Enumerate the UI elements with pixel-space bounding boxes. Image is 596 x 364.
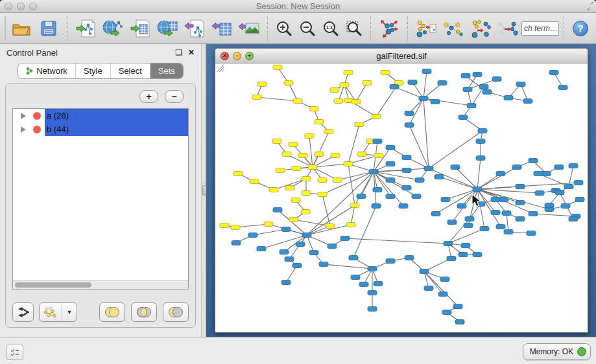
graph-node[interactable] [424, 286, 433, 291]
graph-node[interactable] [330, 88, 339, 93]
graph-node[interactable] [291, 198, 300, 203]
open-session-button[interactable] [8, 15, 35, 42]
graph-node[interactable] [412, 194, 421, 199]
group-nodes-button[interactable] [412, 15, 440, 42]
tab-select[interactable]: Select [111, 63, 150, 78]
graph-node[interactable] [523, 99, 532, 104]
search-input[interactable] [521, 21, 559, 36]
float-panel-icon[interactable]: ❏ [175, 49, 182, 56]
graph-node[interactable] [309, 107, 318, 111]
graph-node[interactable] [357, 152, 366, 157]
graph-node[interactable] [545, 203, 554, 208]
graph-node[interactable] [346, 223, 355, 227]
graph-node[interactable] [326, 224, 335, 229]
graph-node[interactable] [444, 242, 453, 246]
graph-node[interactable] [264, 222, 273, 227]
graph-node[interactable] [491, 210, 500, 215]
tab-sets[interactable]: Sets [150, 63, 183, 78]
graph-node[interactable] [257, 247, 266, 251]
list-item-set-b[interactable]: b (44) [13, 122, 188, 136]
add-set-button[interactable]: + [139, 90, 158, 103]
graph-node[interactable] [257, 82, 267, 87]
graph-node[interactable] [529, 212, 538, 216]
import-table-web-button[interactable] [154, 15, 181, 42]
graph-node[interactable] [334, 99, 343, 104]
graph-node[interactable] [558, 85, 567, 90]
graph-node[interactable] [504, 96, 513, 100]
graph-node[interactable] [516, 185, 525, 189]
graph-node[interactable] [305, 134, 314, 139]
graph-node[interactable] [315, 152, 324, 157]
graph-node[interactable] [516, 201, 525, 205]
tab-style[interactable]: Style [76, 63, 111, 78]
graph-node[interactable] [504, 230, 513, 234]
graph-node[interactable] [386, 162, 395, 166]
set-label[interactable]: a (26) [45, 109, 188, 122]
graph-node[interactable] [302, 177, 311, 181]
toolbar-drag-handle[interactable] [5, 16, 6, 41]
graph-node[interactable] [285, 257, 294, 262]
import-table-file-button[interactable] [126, 15, 154, 42]
graph-node[interactable] [292, 166, 301, 171]
graph-node[interactable] [328, 244, 337, 249]
graph-node[interactable] [420, 269, 429, 274]
graph-node[interactable] [281, 280, 291, 285]
graph-node[interactable] [374, 154, 383, 158]
collapse-group-button[interactable] [467, 15, 494, 42]
frame-minimize-icon[interactable]: − [233, 52, 241, 60]
graph-node[interactable] [479, 85, 488, 89]
graph-node[interactable] [368, 307, 377, 312]
graph-node[interactable] [359, 282, 368, 287]
graph-node[interactable] [575, 198, 584, 202]
graph-node[interactable] [447, 220, 457, 225]
graph-node[interactable] [381, 71, 390, 75]
graph-node[interactable] [333, 178, 342, 183]
graph-node[interactable] [284, 81, 293, 85]
graph-node[interactable] [248, 233, 257, 238]
list-item-set-a[interactable]: a (26) [13, 109, 188, 122]
task-history-button[interactable] [6, 345, 23, 360]
graph-node[interactable] [368, 291, 377, 295]
graph-node[interactable] [457, 204, 466, 209]
graph-node[interactable] [554, 165, 564, 170]
graph-node[interactable] [373, 188, 382, 192]
graph-node[interactable] [473, 187, 482, 192]
graph-node[interactable] [308, 165, 317, 170]
network-window-titlebar[interactable]: ✕ − + galFiltered.sif [215, 49, 588, 63]
graph-node[interactable] [431, 100, 440, 104]
graph-node[interactable] [402, 155, 411, 160]
graph-node[interactable] [352, 100, 361, 104]
network-view-window[interactable]: ✕ − + galFiltered.sif [215, 48, 588, 333]
create-set-from-network-button[interactable]: ▼ [39, 302, 77, 322]
graph-node[interactable] [451, 165, 460, 170]
graph-node[interactable] [527, 231, 536, 236]
graph-node[interactable] [276, 168, 285, 173]
graph-node[interactable] [459, 115, 468, 120]
graph-node[interactable] [319, 262, 328, 267]
zoom-window-button[interactable] [29, 3, 37, 10]
graph-node[interactable] [399, 204, 408, 209]
horizontal-scrollbar[interactable] [13, 280, 188, 289]
remove-set-button[interactable]: − [165, 90, 184, 103]
graph-node[interactable] [273, 65, 282, 70]
graph-node[interactable] [324, 130, 333, 134]
graph-node[interactable] [496, 172, 505, 176]
graph-node[interactable] [315, 120, 324, 124]
graph-node[interactable] [464, 223, 473, 228]
frame-resize-grip[interactable] [215, 63, 224, 73]
scrollbar-thumb[interactable] [15, 282, 91, 288]
graph-node[interactable] [390, 85, 399, 89]
import-network-web-button[interactable] [99, 15, 126, 42]
graph-node[interactable] [281, 227, 291, 232]
graph-node[interactable] [435, 175, 444, 179]
graph-node[interactable] [372, 204, 381, 209]
graph-node[interactable] [438, 81, 447, 85]
graph-node[interactable] [289, 142, 298, 147]
graph-node[interactable] [293, 99, 302, 104]
graph-node[interactable] [549, 71, 558, 75]
split-set-button[interactable] [12, 302, 34, 322]
dropdown-caret-icon[interactable]: ▼ [62, 303, 77, 321]
network-graph[interactable] [215, 63, 588, 332]
graph-node[interactable] [496, 225, 505, 229]
graph-node[interactable] [478, 129, 487, 133]
